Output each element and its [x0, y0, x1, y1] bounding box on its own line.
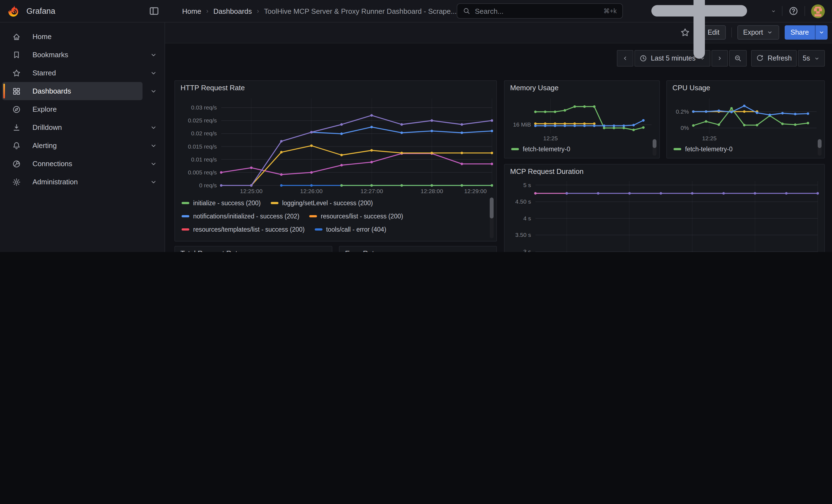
legend-label: unknown - success (200)	[374, 239, 444, 240]
active-indicator	[3, 84, 5, 99]
panel-title[interactable]: Memory Usage	[510, 84, 558, 92]
panel-mcp-request-duration: MCP Request Duration 5 s4.50 s4 s3.50 s3…	[504, 164, 825, 252]
legend-scrollbar-thumb[interactable]	[818, 139, 822, 148]
legend-item[interactable]: fetch-telemetry-0	[511, 146, 570, 152]
panel-title[interactable]: HTTP Request Rate	[181, 84, 245, 92]
sidebar-item-drilldown[interactable]: Drilldown	[2, 118, 142, 136]
chevron-down-icon	[150, 142, 157, 150]
svg-text:0%: 0%	[681, 125, 689, 131]
legend-item[interactable]: unknown - success (200)	[362, 239, 444, 240]
active-indicator	[3, 29, 5, 44]
chevron-down-icon	[150, 178, 157, 186]
svg-text:4.50 s: 4.50 s	[515, 198, 531, 205]
active-indicator	[3, 102, 5, 117]
sidebar-item-label: Alerting	[32, 141, 57, 150]
active-indicator	[3, 120, 5, 135]
svg-text:5 s: 5 s	[523, 182, 531, 188]
help-button[interactable]	[788, 6, 799, 16]
legend-label: tools/call - error (404)	[326, 226, 386, 233]
sidebar-item-alerting[interactable]: Alerting	[2, 136, 142, 155]
legend-item[interactable]: resources/list - success (200)	[309, 213, 403, 219]
active-indicator	[3, 138, 5, 153]
legend-item[interactable]: fetch-telemetry-0	[674, 146, 733, 152]
plus-icon	[629, 0, 769, 81]
panel-title[interactable]: Error Rate	[345, 249, 378, 252]
legend-item[interactable]: logging/setLevel - success (200)	[270, 200, 373, 206]
memory-usage-chart[interactable]: 16 MiB12:25	[509, 95, 656, 142]
svg-text:12:25: 12:25	[543, 135, 558, 141]
active-indicator	[3, 156, 5, 171]
sidebar-item-connections[interactable]: Connections	[2, 155, 142, 173]
active-indicator	[3, 65, 5, 80]
brand-title: Grafana	[26, 7, 55, 16]
sidebar: HomeBookmarksStarredDashboardsExploreDri…	[0, 22, 165, 252]
sidebar-item-label: Starred	[32, 69, 56, 77]
svg-text:0.005 req/s: 0.005 req/s	[188, 169, 217, 176]
legend-item[interactable]: tools/call - success (200)	[182, 239, 263, 240]
grafana-logo-icon	[7, 4, 21, 18]
legend-item[interactable]: tools/call - error (404)	[314, 226, 386, 233]
svg-text:0.015 req/s: 0.015 req/s	[188, 143, 217, 150]
search-icon	[463, 7, 470, 15]
drilldown-icon	[12, 123, 21, 132]
add-new-button[interactable]	[629, 0, 776, 81]
svg-text:0.02 req/s: 0.02 req/s	[191, 130, 217, 136]
legend-swatch	[270, 202, 278, 204]
sidebar-item-label: Dashboards	[32, 87, 71, 95]
svg-text:12:29:00: 12:29:00	[464, 188, 487, 194]
panel-error-rate: Error Rate 0%	[339, 246, 497, 252]
user-avatar[interactable]	[811, 4, 825, 18]
sidebar-item-bookmarks[interactable]: Bookmarks	[2, 46, 142, 64]
svg-text:0.03 req/s: 0.03 req/s	[191, 104, 217, 111]
legend-swatch	[511, 148, 519, 150]
sidebar-menu: HomeBookmarksStarredDashboardsExploreDri…	[0, 27, 164, 191]
compass-icon	[12, 105, 21, 114]
sidebar-item-administration[interactable]: Administration	[2, 173, 142, 191]
sidebar-item-dashboards[interactable]: Dashboards	[2, 82, 142, 100]
plug-icon	[12, 159, 21, 168]
svg-text:3 s: 3 s	[523, 248, 531, 252]
search-input[interactable]: Search... ⌘+k	[457, 3, 623, 19]
svg-text:0.025 req/s: 0.025 req/s	[188, 117, 217, 124]
mcp-request-duration-chart[interactable]: 5 s4.50 s4 s3.50 s3 s2.50 s12:25:0012:26…	[509, 179, 821, 252]
home-icon	[12, 32, 21, 41]
http-request-rate-chart[interactable]: 0.03 req/s0.025 req/s0.02 req/s0.015 req…	[179, 95, 493, 195]
nav-brand-area: Grafana	[0, 4, 165, 18]
legend-swatch	[674, 148, 681, 150]
breadcrumb-link[interactable]: Home	[182, 7, 201, 15]
svg-text:12:26:00: 12:26:00	[300, 188, 323, 194]
svg-text:0.01 req/s: 0.01 req/s	[191, 156, 217, 163]
legend-label: resources/list - success (200)	[321, 213, 403, 219]
chevron-down-icon	[771, 8, 776, 14]
grid-icon	[12, 87, 21, 96]
legend-swatch	[182, 215, 189, 217]
divider	[782, 6, 783, 16]
sidebar-item-explore[interactable]: Explore	[2, 100, 142, 118]
cpu-usage-chart[interactable]: 0.2%0%12:25	[671, 95, 821, 142]
svg-text:3.50 s: 3.50 s	[515, 232, 531, 238]
legend-item[interactable]: initialize - success (200)	[182, 200, 261, 206]
sidebar-item-starred[interactable]: Starred	[2, 64, 142, 82]
legend-item[interactable]: notifications/initialized - success (202…	[182, 213, 300, 219]
sidebar-item-home[interactable]: Home	[2, 27, 142, 46]
legend-swatch	[314, 228, 322, 231]
panel-title[interactable]: MCP Request Duration	[510, 167, 583, 176]
bookmark-icon	[12, 50, 21, 59]
legend-item[interactable]: tools/list - success (200)	[272, 239, 352, 240]
panel-title[interactable]: CPU Usage	[672, 84, 710, 92]
legend-label: fetch-telemetry-0	[685, 146, 733, 152]
svg-text:12:25:00: 12:25:00	[240, 188, 262, 194]
sidebar-toggle-icon[interactable]	[149, 5, 160, 17]
breadcrumb-link[interactable]: Dashboards	[213, 7, 252, 15]
sidebar-item-label: Bookmarks	[32, 51, 68, 59]
panel-total-request-rate: Total Request Rate 0.0875	[175, 246, 332, 252]
nav-actions: Search... ⌘+k	[457, 0, 832, 81]
svg-text:0.2%: 0.2%	[676, 108, 689, 115]
legend-scrollbar-thumb[interactable]	[490, 197, 494, 218]
panel-title[interactable]: Total Request Rate	[181, 249, 241, 252]
legend-scrollbar-thumb[interactable]	[653, 139, 656, 148]
http-legend: initialize - success (200)logging/setLev…	[175, 196, 489, 240]
panel-cpu-usage: CPU Usage 0.2%0%12:25 fetch-telemetry-0	[666, 80, 825, 158]
sidebar-item-label: Drilldown	[32, 123, 62, 132]
legend-item[interactable]: resources/templates/list - success (200)	[182, 226, 305, 233]
